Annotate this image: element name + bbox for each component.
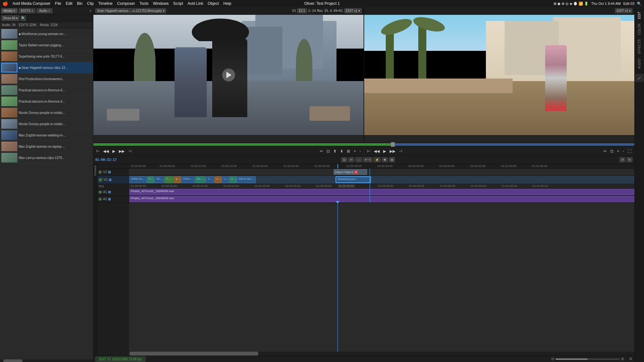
menu-help[interactable]: Help — [223, 1, 232, 6]
timeline-tool-trim[interactable]: ⊢⊣ — [363, 157, 372, 162]
source-ec-dropdown[interactable]: EC1 — [297, 8, 307, 13]
rec-vol-dn-btn[interactable]: - — [622, 149, 625, 153]
tab-audio[interactable]: Audio × — [37, 8, 52, 13]
v2-enable-btn[interactable] — [99, 171, 102, 174]
sidebar-effects-label[interactable]: EFFECTS — [638, 37, 641, 56]
timeline-tool-select[interactable]: → — [355, 157, 362, 162]
status-settings-icon[interactable]: ⚙ — [629, 357, 632, 361]
bin-item-1[interactable]: Taylor Ballam-woman-jogging-... — [0, 40, 93, 51]
show-all-dropdown[interactable]: Show All ▾ — [1, 15, 19, 21]
menu-script[interactable]: Script — [173, 1, 183, 6]
clip-v1-7[interactable]: Jared Fadel... — [206, 176, 214, 183]
menu-timeline[interactable]: Timeline — [98, 1, 113, 6]
clip-v1-8[interactable]: offee-shop... — [214, 176, 222, 183]
bin-item-8[interactable]: Nicole Dorsey-people-in-relatic... — [0, 118, 93, 130]
bin-item-6[interactable]: Practical-dancers-in-florence-6... — [0, 96, 93, 107]
rec-splice-btn[interactable]: ✂ — [602, 149, 608, 153]
menu-composer[interactable]: Composer — [117, 1, 135, 6]
source-clip-dropdown[interactable]: Sean Hagwell-various-...-s-121753-filmsu… — [95, 8, 166, 13]
rec-vol-up-btn[interactable]: + — [616, 149, 620, 153]
v2-patch-btn[interactable] — [108, 171, 111, 173]
menu-clip[interactable]: Clip — [87, 1, 94, 6]
bin-item-10[interactable]: Max Zoghbi-woman-on-laptop-... — [0, 141, 93, 152]
src-overwrite-btn[interactable]: ⊡ — [326, 149, 331, 153]
rec-rew-btn[interactable]: ◀◀ — [373, 149, 381, 153]
clip-v1-6[interactable]: Evan Schn... — [195, 176, 205, 183]
tab-edits-close-icon[interactable]: × — [32, 9, 33, 13]
sidebar-edit-label[interactable]: EDIT — [638, 10, 641, 21]
bin-scrollbar[interactable] — [0, 359, 93, 362]
audio-clip-a2[interactable]: Pirates_407music_18948099.wav — [129, 196, 634, 202]
menu-edit[interactable]: Edit — [66, 1, 72, 6]
timeline-redo[interactable]: ↻ — [627, 157, 632, 162]
timeline-tool-razor[interactable]: ⚡ — [374, 157, 381, 162]
src-ff-btn[interactable]: ▶▶ — [118, 149, 126, 153]
play-overlay[interactable] — [222, 69, 235, 81]
clip-v1-3[interactable]: Carlos... — [165, 176, 174, 183]
a1-patch-btn[interactable] — [108, 191, 111, 193]
progress-bar[interactable] — [93, 142, 634, 147]
src-vol-dn-btn[interactable]: - — [359, 149, 362, 153]
clip-v1-11[interactable]: man-in-san-fra... — [236, 176, 256, 183]
clip-v1-1[interactable]: ñ-prep... — [147, 176, 154, 183]
src-lift-btn[interactable]: ⬆ — [332, 149, 337, 153]
timeline-scrollbar-thumb[interactable] — [129, 352, 258, 356]
src-splice-btn[interactable]: ✂ — [319, 149, 324, 153]
search-icon[interactable]: 🔍 — [637, 2, 641, 6]
bin-item-4[interactable]: Red Productions-homeowners... — [0, 73, 93, 85]
v1-enable-btn[interactable] — [99, 178, 102, 182]
filler-clip-v2[interactable]: [object Object] ■ — [334, 169, 367, 175]
sidebar-pencil-btn[interactable] — [636, 74, 643, 82]
bin-item-2[interactable]: Superbeing-new-york-76177-fi... — [0, 51, 93, 62]
clip-v1-5[interactable]: Chris Adams... — [181, 176, 195, 183]
rec-fullscreen-btn[interactable]: ⛶ — [627, 149, 632, 153]
rec-mark-out-btn[interactable]: ⊣ — [398, 149, 403, 153]
bin-item-5[interactable]: Practical-dancers-in-florence-6... — [0, 85, 93, 96]
menu-tools[interactable]: Tools — [139, 1, 148, 6]
menu-windows[interactable]: Windows — [153, 1, 169, 6]
timeline-tool-hand[interactable]: ✥ — [382, 157, 388, 162]
bin-item-9[interactable]: Max Zoghbi-woman-walking-in-... — [0, 130, 93, 141]
menu-bin[interactable]: Bin — [77, 1, 82, 6]
timeline-scrollbar[interactable] — [97, 352, 634, 356]
src-play-btn[interactable]: ▶ — [111, 149, 116, 153]
clip-v1-10[interactable]: nan-in-san... — [229, 176, 236, 183]
rec-mark-in-btn[interactable]: ⊢ — [366, 149, 371, 153]
bin-item-3[interactable]: ■ Sean Hagwell-various-clips-13... — [0, 62, 93, 73]
menu-file[interactable]: File — [55, 1, 61, 6]
audio-clip-a1[interactable]: Pirates_407music_18948099.wav — [129, 189, 634, 195]
bin-item-0[interactable]: ■ Workhorse-young-woman-on-... — [0, 28, 93, 40]
tab-close-icon[interactable]: × — [13, 9, 15, 13]
status-zoom-slider[interactable] — [555, 358, 620, 360]
rec-ff-btn[interactable]: ▶▶ — [389, 149, 396, 153]
bin-item-11[interactable]: Max Larruy-various-clips-1378... — [0, 152, 93, 163]
a2-patch-btn[interactable] — [108, 198, 111, 200]
sidebar-audio-label[interactable]: AUDIO — [638, 57, 641, 71]
menu-object[interactable]: Object — [208, 1, 219, 6]
src-extract-btn[interactable]: ⬇ — [339, 149, 344, 153]
clip-v1-4[interactable]: gging... — [174, 176, 181, 183]
timeline-undo[interactable]: ↺ — [620, 157, 625, 162]
clip-v1-9[interactable]: Lumixar... — [222, 176, 229, 183]
status-zoom-in-btn[interactable]: ⊞ — [621, 357, 624, 361]
menu-avid[interactable]: Avid Media Composer — [13, 1, 51, 6]
a2-enable-btn[interactable] — [99, 198, 102, 201]
src-mark-out-btn[interactable]: ⊣ — [127, 149, 132, 153]
search-bin-btn[interactable]: 🔍 — [21, 16, 26, 21]
status-fit-btn[interactable]: ⊟ — [551, 357, 554, 361]
tab-media[interactable]: Media × — [1, 8, 17, 13]
v1-patch-btn[interactable] — [109, 179, 111, 181]
tab-edits[interactable]: EDITS × — [19, 8, 35, 13]
src-rew-btn[interactable]: ◀◀ — [102, 149, 110, 153]
clip-v1-12[interactable]: Workhorse-you... — [336, 176, 371, 183]
a1-enable-btn[interactable] — [99, 190, 102, 194]
rec-overwrite-btn[interactable]: ⊡ — [609, 149, 614, 153]
bin-item-7[interactable]: Nicole Dorsey-people-in-relatic... — [0, 107, 93, 118]
record-edit-dropdown[interactable]: EDIT v1 ▾ — [615, 8, 632, 13]
bin-close-btn[interactable]: × — [90, 9, 92, 13]
timeline-tool-zoom[interactable]: ⊞ — [389, 157, 395, 162]
tab-audio-close-icon[interactable]: × — [48, 9, 50, 13]
src-vol-up-btn[interactable]: + — [353, 149, 357, 153]
src-match-btn[interactable]: ⊞ — [346, 149, 351, 153]
timeline-tool-lift[interactable]: ⊡ — [341, 157, 347, 162]
